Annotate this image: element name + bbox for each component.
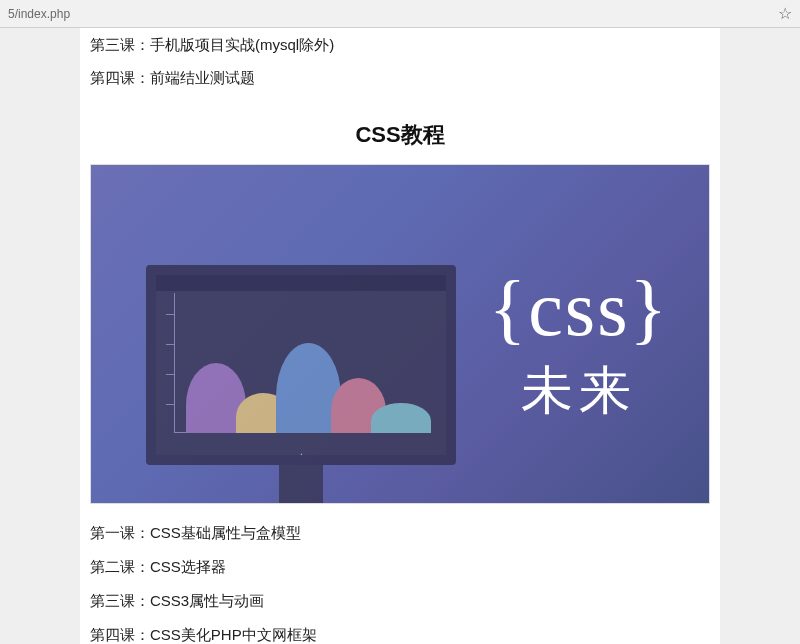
intro-lesson-list: 第三课：手机版项目实战(mysql除外) 第四课：前端结业测试题 <box>80 28 720 102</box>
lesson-prefix: 第二课： <box>90 558 150 575</box>
url-fragment: 5/index.php <box>8 7 778 21</box>
page-background: 第三课：手机版项目实战(mysql除外) 第四课：前端结业测试题 CSS教程 <box>0 28 800 644</box>
address-bar: 5/index.php ☆ <box>0 0 800 28</box>
monitor-menu-bar <box>156 275 446 291</box>
lesson-prefix: 第四课： <box>90 626 150 643</box>
monitor-illustration <box>146 265 456 504</box>
chart-y-axis <box>174 293 175 433</box>
lesson-title: CSS选择器 <box>150 558 226 575</box>
css-future-text: 未来 <box>489 356 669 426</box>
lesson-title: CSS3属性与动画 <box>150 592 264 609</box>
content-column: 第三课：手机版项目实战(mysql除外) 第四课：前端结业测试题 CSS教程 <box>80 28 720 644</box>
banner-text: {css} 未来 <box>489 270 669 426</box>
monitor-screen <box>146 265 456 465</box>
flame-icon <box>289 451 313 465</box>
css-brace-text: {css} <box>489 270 669 348</box>
axis-tick <box>166 314 174 315</box>
css-course-banner[interactable]: {css} 未来 <box>90 164 710 504</box>
chart-blob <box>371 403 431 433</box>
axis-tick <box>166 344 174 345</box>
lesson-title: CSS基础属性与盒模型 <box>150 524 301 541</box>
bookmark-star-icon[interactable]: ☆ <box>778 4 792 23</box>
monitor-stand <box>279 465 323 504</box>
list-item[interactable]: 第四课：CSS美化PHP中文网框架 <box>90 618 710 644</box>
lesson-prefix: 第三课： <box>90 592 150 609</box>
lesson-title: CSS美化PHP中文网框架 <box>150 626 317 643</box>
list-item[interactable]: 第三课：CSS3属性与动画 <box>90 584 710 618</box>
axis-tick <box>166 374 174 375</box>
list-item[interactable]: 第三课：手机版项目实战(mysql除外) <box>90 28 710 61</box>
lesson-list: 第一课：CSS基础属性与盒模型 第二课：CSS选择器 第三课：CSS3属性与动画… <box>80 504 720 644</box>
list-item[interactable]: 第一课：CSS基础属性与盒模型 <box>90 516 710 550</box>
lesson-prefix: 第一课： <box>90 524 150 541</box>
axis-tick <box>166 404 174 405</box>
list-item[interactable]: 第二课：CSS选择器 <box>90 550 710 584</box>
section-title: CSS教程 <box>80 102 720 164</box>
list-item[interactable]: 第四课：前端结业测试题 <box>90 61 710 94</box>
